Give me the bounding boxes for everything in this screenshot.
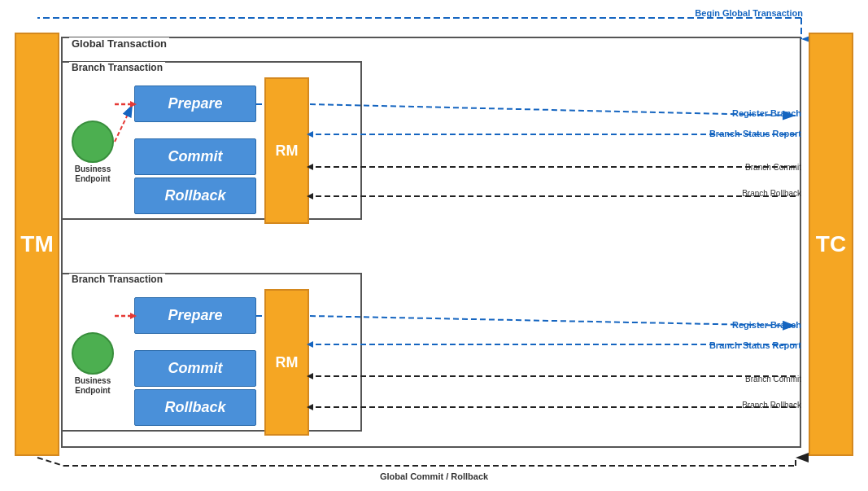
- tc-bar: TC: [809, 33, 853, 456]
- branch-rollback-top-label: Branch Rollback: [742, 189, 801, 198]
- commit-top-box: Commit: [134, 138, 256, 175]
- rm-bottom-box: RM: [264, 289, 309, 436]
- branch-tx-label-top: Branch Transaction: [69, 62, 165, 73]
- rm-top-box: RM: [264, 77, 309, 224]
- commit-bot-box: Commit: [134, 350, 256, 387]
- tc-label: TC: [816, 231, 846, 257]
- global-transaction-label: Global Transaction: [69, 37, 169, 50]
- prepare-top-box: Prepare: [134, 85, 256, 122]
- rollback-top-box: Rollback: [134, 178, 256, 214]
- begin-global-label: Begin Global Transaction: [695, 8, 803, 18]
- branch-tx-label-bottom: Branch Transaction: [69, 274, 165, 285]
- branch-status-report-top-label: Branch Status Report: [709, 129, 801, 138]
- global-commit-label: Global Commit / Rollback: [380, 471, 488, 481]
- register-branch-bot-label: Register Branch: [732, 320, 801, 330]
- tm-bar: TM: [15, 33, 59, 456]
- biz-endpoint-bottom: [72, 332, 114, 375]
- prepare-bot-box: Prepare: [134, 297, 256, 334]
- biz-endpoint-bottom-label: BusinessEndpoint: [65, 376, 120, 396]
- tm-label: TM: [20, 231, 53, 257]
- svg-line-30: [37, 458, 63, 466]
- diagram-container: TM TC Global Transaction Branch Transact…: [0, 0, 868, 491]
- branch-commit-bot-label: Branch Commit: [745, 375, 801, 384]
- register-branch-top-label: Register Branch: [732, 108, 801, 118]
- branch-rollback-bot-label: Branch Rollback: [742, 401, 801, 410]
- rollback-bot-box: Rollback: [134, 389, 256, 426]
- branch-status-report-bot-label: Branch Status Report: [709, 340, 801, 350]
- biz-endpoint-top: [72, 121, 114, 163]
- biz-endpoint-top-label: BusinessEndpoint: [65, 164, 120, 184]
- branch-commit-top-label: Branch Commit: [745, 163, 801, 172]
